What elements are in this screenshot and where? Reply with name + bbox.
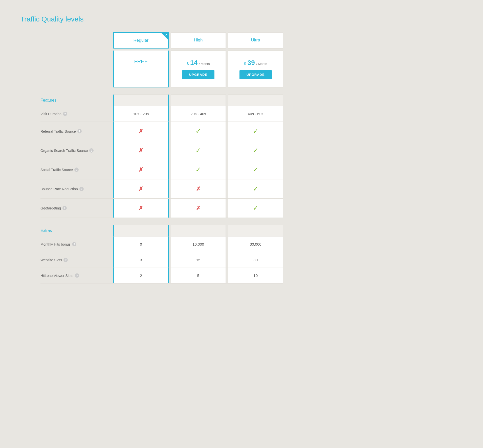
check-icon: ✓ (253, 127, 258, 135)
help-icon[interactable]: ? (79, 187, 84, 191)
feature-label-cell: Organic Search Traffic Source? (40, 141, 111, 160)
help-icon[interactable]: ? (62, 206, 67, 210)
feature-row-geotargeting: Geotargeting?✗✗✓ (40, 199, 283, 218)
page-title: Traffic Quality levels (20, 15, 463, 23)
feature-label-cell: Monthly Hits bonus? (40, 237, 111, 252)
feature-value-col1: 10,000 (171, 237, 226, 252)
comparison-table: Regular High Ultra FREE $ 14 / Month UPG… (40, 32, 283, 284)
feature-value-col0: ✗ (113, 160, 169, 179)
pricing-row: FREE $ 14 / Month UPGRADE $ 39 / Month U… (40, 51, 283, 87)
selected-badge (161, 32, 169, 40)
check-icon: ✓ (253, 166, 258, 174)
price-ultra-number: 39 (248, 59, 255, 66)
feature-value-col1: ✗ (171, 199, 226, 218)
check-icon: ✓ (195, 147, 201, 154)
feature-value-text: 0 (140, 242, 142, 246)
section-label-extras: Extras (40, 225, 111, 237)
feature-value-text: 40s - 60s (248, 112, 264, 116)
feature-label-text: Organic Search Traffic Source (40, 149, 88, 153)
header-empty (40, 32, 111, 49)
feature-value-col0: 10s - 20s (113, 106, 169, 122)
feature-label-cell: Bounce Rate Reduction? (40, 179, 111, 198)
price-ultra-dollar: $ (244, 61, 246, 66)
feature-label-cell: HitLeap Viewer Slots? (40, 268, 111, 283)
feature-value-text: 30 (253, 258, 258, 262)
cross-icon: ✗ (139, 167, 143, 173)
section-fill-ultra (228, 225, 283, 237)
feature-value-col2: ✓ (228, 179, 283, 198)
feature-label-cell: Geotargeting? (40, 199, 111, 218)
feature-value-col2: 30,000 (228, 237, 283, 252)
section-row-extras: Extras (40, 225, 283, 237)
price-high-period: / Month (199, 62, 210, 66)
feature-row-organic-search-traffic-source: Organic Search Traffic Source?✗✓✓ (40, 141, 283, 160)
price-high-dollar: $ (187, 61, 189, 66)
check-icon: ✓ (195, 127, 201, 135)
feature-label-text: Website Slots (40, 258, 62, 262)
price-ultra-period: / Month (256, 62, 267, 66)
check-icon: ✓ (253, 147, 258, 154)
feature-value-col1: ✓ (171, 122, 226, 141)
feature-value-text: 10 (253, 273, 258, 278)
cross-icon: ✗ (139, 147, 143, 154)
pricing-high: $ 14 / Month UPGRADE (171, 51, 226, 87)
help-icon[interactable]: ? (89, 148, 94, 153)
feature-label-text: HitLeap Viewer Slots (40, 274, 73, 278)
upgrade-high-button[interactable]: UPGRADE (182, 70, 214, 79)
col-label-ultra: Ultra (251, 38, 260, 42)
price-high-amount: $ 14 / Month (173, 59, 223, 67)
feature-value-col2: ✓ (228, 160, 283, 179)
feature-value-text: 3 (140, 258, 142, 262)
help-icon[interactable]: ? (75, 273, 79, 278)
feature-value-col2: 40s - 60s (228, 106, 283, 122)
help-icon[interactable]: ? (77, 129, 82, 133)
check-icon: ✓ (253, 204, 258, 212)
help-icon[interactable]: ? (63, 112, 67, 116)
feature-value-col2: ✓ (228, 199, 283, 218)
feature-row-website-slots: Website Slots?31530 (40, 252, 283, 268)
sections-container: Features Visit Duration?10s - 20s20s - 4… (40, 95, 283, 284)
feature-label-text: Geotargeting (40, 206, 61, 210)
section-fill-high (171, 95, 226, 106)
feature-label-cell: Social Traffic Source? (40, 160, 111, 179)
feature-label-text: Monthly Hits bonus (40, 242, 71, 246)
check-icon: ✓ (195, 166, 201, 174)
cross-icon: ✗ (139, 128, 143, 135)
section-fill-high (171, 225, 226, 237)
feature-value-col2: 30 (228, 252, 283, 268)
feature-value-col1: ✗ (171, 179, 226, 198)
section-fill-regular (113, 225, 169, 237)
pricing-empty (40, 51, 111, 87)
cross-icon: ✗ (139, 205, 143, 211)
feature-value-col2: 10 (228, 268, 283, 283)
price-ultra-amount: $ 39 / Month (231, 59, 280, 67)
feature-value-col2: ✓ (228, 141, 283, 160)
help-icon[interactable]: ? (74, 168, 79, 172)
feature-row-hitleap-viewer-slots: HitLeap Viewer Slots?2510 (40, 268, 283, 284)
feature-label-cell: Website Slots? (40, 252, 111, 268)
feature-value-col1: 5 (171, 268, 226, 283)
feature-value-text: 10s - 20s (133, 112, 149, 116)
feature-value-text: 30,000 (250, 242, 261, 246)
upgrade-ultra-button[interactable]: UPGRADE (239, 70, 272, 79)
feature-value-col0: 0 (113, 237, 169, 252)
feature-value-col1: 20s - 40s (171, 106, 226, 122)
feature-value-col1: ✓ (171, 160, 226, 179)
feature-row-bounce-rate-reduction: Bounce Rate Reduction?✗✗✓ (40, 179, 283, 199)
section-fill-ultra (228, 95, 283, 106)
feature-label-cell: Visit Duration? (40, 106, 111, 122)
feature-value-col2: ✓ (228, 122, 283, 141)
pricing-ultra: $ 39 / Month UPGRADE (228, 51, 283, 87)
price-high-number: 14 (190, 59, 197, 66)
help-icon[interactable]: ? (72, 242, 76, 246)
feature-row-referral-traffic-source: Referral Traffic Source?✗✓✓ (40, 122, 283, 141)
section-label-features: Features (40, 95, 111, 106)
column-header-regular: Regular (113, 32, 169, 49)
feature-value-col0: ✗ (113, 179, 169, 198)
feature-label-text: Bounce Rate Reduction (40, 187, 78, 191)
help-icon[interactable]: ? (63, 258, 68, 262)
section-fill-regular (113, 95, 169, 106)
section-row-features: Features (40, 95, 283, 106)
column-header-ultra: Ultra (228, 32, 283, 49)
price-free-label: FREE (116, 59, 166, 64)
